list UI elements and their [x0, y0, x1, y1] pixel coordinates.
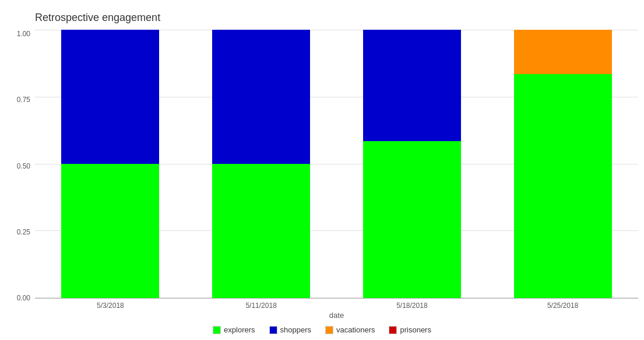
bar-segment-vacationers-4	[514, 30, 612, 74]
legend-color-vacationers	[325, 326, 333, 334]
legend-item-prisoners: prisoners	[389, 325, 431, 334]
bar-segment-shoppers-1	[61, 30, 159, 164]
bar-stack-1	[61, 30, 159, 298]
bar-segment-explorers-4	[514, 74, 612, 298]
x-labels: 5/3/2018 5/11/2018 5/18/2018 5/25/2018	[35, 299, 638, 310]
y-label-75: 0.75	[17, 96, 30, 104]
bar-segment-explorers-3	[363, 141, 461, 298]
legend: explorers shoppers vacationers prisoners	[6, 325, 638, 334]
bar-stack-3	[363, 30, 461, 298]
plot-area: 5/3/2018 5/11/2018 5/18/2018 5/25/2018 d…	[35, 30, 638, 320]
bar-segment-shoppers-3	[363, 30, 461, 141]
legend-color-explorers	[213, 326, 221, 334]
legend-color-prisoners	[389, 326, 397, 334]
y-label-100: 1.00	[17, 30, 30, 38]
legend-item-vacationers: vacationers	[325, 325, 375, 334]
bar-group-1	[35, 30, 186, 298]
bar-stack-4	[514, 30, 612, 298]
legend-label-prisoners: prisoners	[400, 325, 431, 334]
bar-group-3	[337, 30, 488, 298]
y-label-0: 0.00	[17, 294, 30, 302]
legend-item-explorers: explorers	[213, 325, 255, 334]
bar-stack-2	[212, 30, 310, 298]
legend-item-shoppers: shoppers	[269, 325, 311, 334]
bar-segment-explorers-2	[212, 164, 310, 298]
chart-title: Retrospective engagement	[35, 12, 638, 24]
bar-group-2	[186, 30, 337, 298]
chart-inner: 1.00 0.75 0.50 0.25 0.00	[6, 30, 638, 320]
legend-label-explorers: explorers	[224, 325, 255, 334]
y-label-25: 0.25	[17, 228, 30, 236]
bar-group-4	[487, 30, 638, 298]
x-label-2: 5/11/2018	[186, 302, 337, 310]
x-axis-title: date	[35, 311, 638, 320]
legend-label-vacationers: vacationers	[336, 325, 375, 334]
bars-container	[35, 30, 638, 299]
y-label-50: 0.50	[17, 162, 30, 170]
bars-row	[35, 30, 638, 298]
bar-segment-explorers-1	[61, 164, 159, 298]
legend-color-shoppers	[269, 326, 277, 334]
bar-segment-shoppers-2	[212, 30, 310, 164]
y-axis: 1.00 0.75 0.50 0.25 0.00	[6, 30, 35, 320]
x-label-1: 5/3/2018	[35, 302, 186, 310]
x-label-4: 5/25/2018	[487, 302, 638, 310]
x-label-3: 5/18/2018	[337, 302, 488, 310]
chart-area: 1.00 0.75 0.50 0.25 0.00	[6, 30, 638, 334]
legend-label-shoppers: shoppers	[280, 325, 311, 334]
